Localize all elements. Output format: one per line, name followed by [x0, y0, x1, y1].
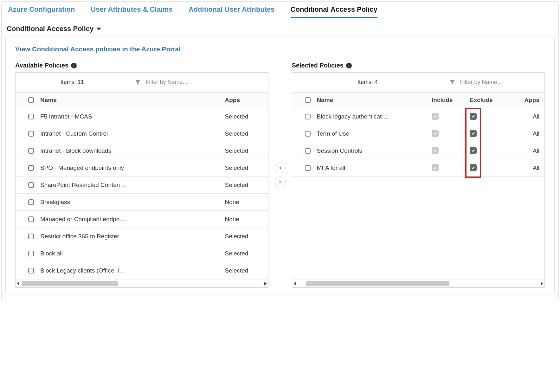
include-checkbox [432, 164, 470, 171]
available-items-count: Items: 11 [16, 73, 129, 92]
scroll-left-icon[interactable] [293, 282, 296, 286]
row-checkbox[interactable] [28, 199, 34, 205]
section-title: Conditional Access Policy [7, 25, 93, 33]
policy-name: Restrict office 365 to Register… [40, 233, 225, 240]
scroll-right-icon[interactable] [541, 282, 543, 286]
section-title-row[interactable]: Conditional Access Policy [2, 18, 558, 36]
policy-name: Intranet - Custom Control [40, 130, 225, 137]
policy-name: Breakglass [40, 199, 225, 206]
table-row[interactable]: SPO - Managed endpoints onlySelected [16, 159, 268, 177]
policy-name: Managed or Compliant endpo… [40, 216, 225, 223]
available-policies-section: Available Policies i Items: 11 Name [15, 62, 268, 288]
row-checkbox[interactable] [28, 148, 34, 154]
policy-name: SharePoint Restricted Conten… [40, 182, 225, 189]
table-row[interactable]: MFA for allAll [292, 159, 545, 177]
info-icon[interactable]: i [346, 63, 352, 68]
selected-header-apps: Apps [511, 97, 539, 104]
table-row[interactable]: Block allSelected [16, 245, 268, 262]
policy-name: Session Controls [317, 147, 432, 154]
include-checkbox [432, 130, 470, 137]
row-checkbox[interactable] [28, 114, 34, 119]
row-checkbox[interactable] [28, 251, 34, 256]
azure-portal-link[interactable]: View Conditional Access policies in the … [15, 45, 545, 53]
selected-header-name: Name [317, 97, 432, 104]
policy-apps: Selected [225, 233, 263, 240]
selected-items-count: Items: 4 [292, 73, 444, 92]
include-checkbox [432, 113, 470, 120]
selected-hscroll[interactable] [292, 279, 545, 287]
selected-header-include: Include [432, 97, 470, 104]
table-row[interactable]: Intranet - Custom ControlSelected [16, 125, 268, 142]
policy-apps: None [225, 216, 263, 223]
table-row[interactable]: SharePoint Restricted Conten…Selected [16, 177, 268, 194]
tab-user-attributes-claims[interactable]: User Attributes & Claims [91, 5, 172, 18]
tab-bar: Azure ConfigurationUser Attributes & Cla… [2, 2, 558, 18]
policy-name: Intranet - Block downloads [40, 147, 225, 154]
table-row[interactable]: Intranet - Block downloadsSelected [16, 142, 268, 159]
info-icon[interactable]: i [71, 63, 77, 68]
policy-apps: All [511, 130, 539, 137]
tab-azure-configuration[interactable]: Azure Configuration [8, 5, 75, 18]
table-row[interactable]: BreakglassNone [16, 194, 268, 211]
table-row[interactable]: Managed or Compliant endpo…None [16, 211, 268, 228]
exclude-checkbox[interactable] [470, 164, 511, 171]
available-hscroll[interactable] [16, 279, 268, 287]
policy-panel: View Conditional Access policies in the … [5, 36, 555, 294]
row-checkbox[interactable] [28, 165, 34, 171]
policy-apps: Selected [225, 130, 263, 137]
policy-name: Block Legacy clients (Office, I… [40, 267, 225, 274]
policy-name: SPO - Managed endpoints only [40, 164, 225, 171]
table-row[interactable]: F5 Intranet - MCASSelected [16, 108, 268, 125]
row-checkbox[interactable] [28, 182, 34, 188]
include-checkbox [432, 147, 470, 154]
row-checkbox[interactable] [28, 268, 34, 273]
policy-name: Term of Use [317, 130, 432, 137]
filter-icon [449, 79, 455, 86]
policy-apps: Selected [225, 267, 263, 274]
policy-apps: Selected [225, 164, 263, 171]
policy-name: Block all [40, 250, 225, 257]
scroll-left-icon[interactable] [17, 282, 19, 286]
exclude-checkbox[interactable] [470, 130, 511, 137]
row-checkbox[interactable] [28, 131, 34, 137]
available-header-name: Name [40, 97, 225, 104]
tab-conditional-access-policy[interactable]: Conditional Access Policy [291, 5, 377, 18]
policy-apps: None [225, 199, 263, 206]
selected-rows[interactable]: Block legacy authenticat…AllTerm of UseA… [292, 108, 545, 279]
exclude-checkbox[interactable] [470, 113, 511, 120]
policy-apps: All [511, 113, 539, 120]
row-checkbox[interactable] [305, 114, 311, 119]
move-left-button[interactable] [275, 163, 286, 173]
row-checkbox[interactable] [305, 165, 311, 171]
available-select-all-checkbox[interactable] [28, 97, 34, 103]
policy-apps: Selected [225, 113, 263, 120]
exclude-checkbox[interactable] [470, 147, 511, 154]
move-right-button[interactable] [275, 177, 286, 187]
selected-filter-input[interactable] [460, 79, 539, 86]
policy-apps: All [511, 147, 539, 154]
available-header-apps: Apps [225, 97, 263, 104]
available-filter-input[interactable] [145, 79, 262, 86]
selected-select-all-checkbox[interactable] [305, 97, 311, 103]
selected-policies-section: Selected Policies i Items: 4 Name [292, 62, 545, 288]
policy-apps: Selected [225, 182, 263, 189]
row-checkbox[interactable] [28, 234, 34, 239]
available-rows[interactable]: F5 Intranet - MCASSelectedIntranet - Cus… [16, 108, 268, 279]
table-row[interactable]: Session ControlsAll [292, 142, 545, 159]
scroll-right-icon[interactable] [264, 282, 267, 286]
selected-policies-title: Selected Policies [292, 62, 344, 69]
policy-name: F5 Intranet - MCAS [40, 113, 225, 120]
transfer-buttons [274, 62, 287, 288]
available-policies-title: Available Policies [15, 62, 68, 69]
row-checkbox[interactable] [305, 131, 311, 137]
table-row[interactable]: Block Legacy clients (Office, I…Selected [16, 262, 268, 279]
table-row[interactable]: Term of UseAll [292, 125, 545, 142]
filter-icon [135, 79, 141, 86]
table-row[interactable]: Block legacy authenticat…All [292, 108, 545, 125]
tab-additional-user-attributes[interactable]: Additional User Attributes [189, 5, 275, 18]
caret-down-icon [97, 28, 101, 30]
row-checkbox[interactable] [305, 148, 311, 154]
row-checkbox[interactable] [28, 216, 34, 222]
table-row[interactable]: Restrict office 365 to Register…Selected [16, 228, 268, 245]
policy-name: MFA for all [317, 164, 432, 171]
